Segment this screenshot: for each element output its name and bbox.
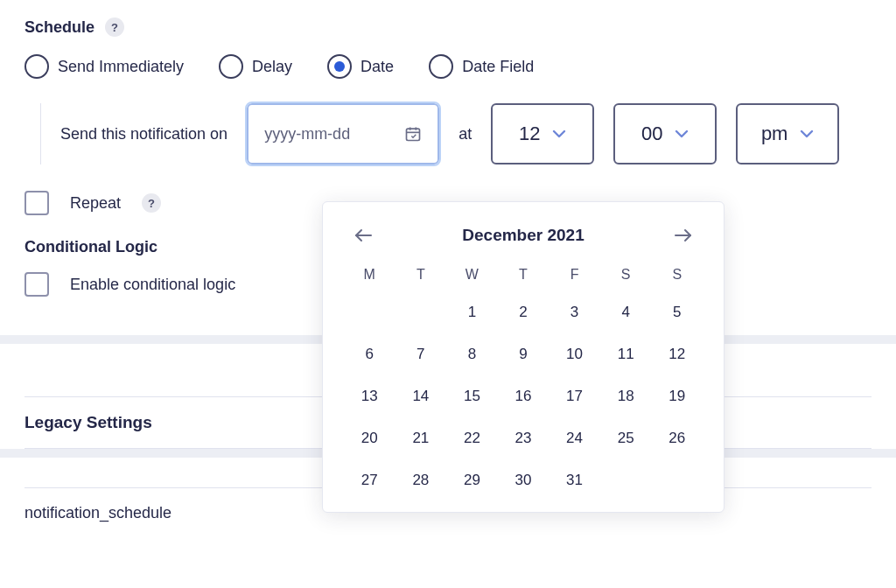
radio-label: Date Field bbox=[462, 58, 534, 76]
calendar-weekday: F bbox=[549, 258, 600, 291]
radio-label: Date bbox=[360, 58, 394, 76]
radio-circle-icon bbox=[429, 54, 453, 79]
calendar-weekday: T bbox=[396, 258, 447, 291]
prev-month-button[interactable] bbox=[349, 221, 377, 249]
meridiem-select[interactable]: pm bbox=[736, 103, 839, 164]
help-icon[interactable]: ? bbox=[105, 18, 124, 37]
schedule-options: Send Immediately Delay Date Date Field bbox=[24, 54, 872, 79]
chevron-down-icon bbox=[552, 130, 566, 138]
date-picker-popover: December 2021 MTWTFSS1234567891011121314… bbox=[322, 201, 724, 513]
calendar-day[interactable]: 8 bbox=[446, 333, 498, 375]
calendar-day[interactable]: 11 bbox=[600, 333, 652, 375]
chevron-down-icon bbox=[800, 130, 814, 138]
schedule-heading: Schedule ? bbox=[24, 18, 872, 37]
conditional-logic-label: Enable conditional logic bbox=[70, 276, 235, 294]
calendar-day[interactable]: 20 bbox=[344, 417, 396, 459]
calendar-day[interactable]: 2 bbox=[498, 291, 550, 333]
date-config-row: Send this notification on yyyy-mm-dd at … bbox=[24, 103, 872, 164]
repeat-checkbox[interactable] bbox=[24, 191, 49, 215]
radio-delay[interactable]: Delay bbox=[219, 54, 292, 79]
calendar-day[interactable]: 15 bbox=[446, 375, 498, 417]
calendar-day[interactable]: 10 bbox=[549, 333, 600, 375]
radio-circle-icon bbox=[219, 54, 243, 79]
calendar-day[interactable]: 24 bbox=[549, 417, 600, 459]
meridiem-value: pm bbox=[761, 122, 788, 145]
calendar-day[interactable]: 31 bbox=[549, 459, 600, 501]
vertical-divider bbox=[40, 103, 41, 164]
hour-select[interactable]: 12 bbox=[491, 103, 594, 164]
calendar-day[interactable]: 3 bbox=[549, 291, 600, 333]
radio-circle-icon bbox=[24, 54, 49, 79]
calendar-day[interactable]: 17 bbox=[549, 375, 600, 417]
radio-date-field[interactable]: Date Field bbox=[429, 54, 534, 79]
conditional-logic-checkbox[interactable] bbox=[24, 272, 49, 297]
calendar-day[interactable]: 23 bbox=[498, 417, 550, 459]
minute-select[interactable]: 00 bbox=[613, 103, 717, 164]
send-on-label: Send this notification on bbox=[60, 125, 228, 144]
hour-value: 12 bbox=[519, 122, 540, 145]
chevron-down-icon bbox=[675, 130, 689, 138]
calendar-icon bbox=[404, 125, 422, 143]
calendar-grid: MTWTFSS123456789101112131415161718192021… bbox=[344, 258, 703, 501]
calendar-day[interactable]: 13 bbox=[344, 375, 396, 417]
calendar-day[interactable]: 27 bbox=[344, 459, 396, 501]
next-month-button[interactable] bbox=[669, 221, 697, 249]
calendar-day[interactable]: 5 bbox=[651, 291, 703, 333]
calendar-day[interactable]: 16 bbox=[498, 375, 550, 417]
calendar-weekday: S bbox=[600, 258, 652, 291]
date-input[interactable]: yyyy-mm-dd bbox=[247, 103, 439, 164]
help-icon[interactable]: ? bbox=[142, 193, 161, 213]
calendar-day[interactable]: 28 bbox=[396, 459, 447, 501]
calendar-day[interactable]: 7 bbox=[396, 333, 447, 375]
calendar-empty-cell bbox=[344, 291, 396, 333]
radio-date[interactable]: Date bbox=[327, 54, 394, 79]
calendar-weekday: M bbox=[344, 258, 396, 291]
calendar-day[interactable]: 14 bbox=[396, 375, 447, 417]
calendar-day[interactable]: 26 bbox=[651, 417, 703, 459]
calendar-weekday: S bbox=[651, 258, 703, 291]
calendar-day[interactable]: 1 bbox=[446, 291, 498, 333]
calendar-day[interactable]: 29 bbox=[446, 459, 498, 501]
date-placeholder: yyyy-mm-dd bbox=[264, 125, 350, 144]
calendar-weekday: T bbox=[498, 258, 550, 291]
calendar-day[interactable]: 25 bbox=[600, 417, 652, 459]
at-label: at bbox=[458, 125, 472, 144]
calendar-day[interactable]: 18 bbox=[600, 375, 652, 417]
repeat-label: Repeat bbox=[70, 194, 121, 213]
calendar-day[interactable]: 9 bbox=[498, 333, 550, 375]
calendar-month-label: December 2021 bbox=[462, 226, 584, 245]
calendar-day[interactable]: 22 bbox=[446, 417, 498, 459]
radio-label: Send Immediately bbox=[58, 58, 184, 76]
schedule-heading-text: Schedule bbox=[24, 18, 94, 37]
calendar-day[interactable]: 6 bbox=[344, 333, 396, 375]
calendar-day[interactable]: 12 bbox=[651, 333, 703, 375]
minute-value: 00 bbox=[641, 122, 662, 145]
radio-circle-icon bbox=[327, 54, 352, 79]
calendar-day[interactable]: 30 bbox=[498, 459, 550, 501]
svg-rect-0 bbox=[407, 129, 420, 140]
radio-label: Delay bbox=[252, 58, 292, 76]
radio-selected-dot-icon bbox=[334, 61, 345, 72]
calendar-empty-cell bbox=[396, 291, 447, 333]
calendar-day[interactable]: 19 bbox=[651, 375, 703, 417]
calendar-weekday: W bbox=[446, 258, 498, 291]
calendar-day[interactable]: 4 bbox=[600, 291, 652, 333]
calendar-day[interactable]: 21 bbox=[396, 417, 447, 459]
radio-send-immediately[interactable]: Send Immediately bbox=[24, 54, 184, 79]
